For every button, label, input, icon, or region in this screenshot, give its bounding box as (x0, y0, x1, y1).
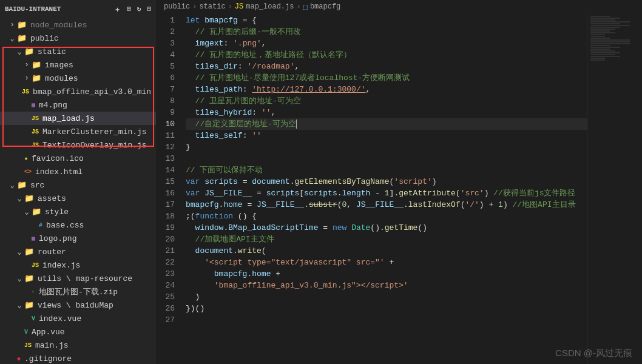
file-icon: V (32, 315, 35, 322)
tree-label: base.css (46, 221, 84, 230)
file-icon: JS (32, 142, 39, 149)
variable-icon: ⬚ (303, 2, 308, 12)
file-icon: # (39, 222, 42, 229)
tree-item[interactable]: ⌄📁views \ baiduMap (0, 298, 156, 312)
tree-item[interactable]: ⌄📁style (0, 205, 156, 218)
tree-item[interactable]: VApp.vue (0, 325, 156, 339)
code-content[interactable]: let bmapcfg = { // 瓦片图的后缀-一般不用改 imgext: … (186, 13, 587, 364)
file-icon: ★ (24, 155, 28, 162)
file-icon: JS (22, 89, 29, 95)
explorer-header: BAIDU-INTRANET ＋ ⊞ ↻ ⊟ (0, 0, 156, 18)
project-title: BAIDU-INTRANET (5, 5, 61, 13)
tree-label: public (30, 34, 59, 43)
file-icon: ◆ (17, 355, 21, 362)
chevron-icon: ⌄ (15, 274, 24, 283)
file-tree[interactable]: ›📁node_modules⌄📁public⌄📁static›📁images›📁… (0, 18, 156, 364)
line-numbers: 1234567891011121314151617181920212223242… (157, 13, 186, 364)
folder-icon: 📁 (24, 247, 34, 257)
tree-label: style (45, 207, 69, 217)
tree-item[interactable]: JSMarkerClusterer_min.js (0, 125, 156, 138)
tree-item[interactable]: JSbmap_offline_api_v3.0_min.js (0, 85, 156, 98)
tree-item[interactable]: ⌄📁src (0, 178, 156, 192)
chevron-right-icon: › (192, 2, 197, 11)
chevron-right-icon: › (228, 2, 232, 11)
tree-label: .gitignore (24, 354, 72, 363)
tree-item[interactable]: ⌄📁assets (0, 192, 156, 205)
tree-item[interactable]: ⌄📁utils \ map-resource (0, 272, 156, 285)
crumb-file[interactable]: JS map_load.js (235, 2, 294, 11)
tree-label: 地图瓦片图-下载.zip (39, 286, 118, 297)
file-icon: JS (32, 115, 39, 122)
tree-item[interactable]: JSmain.js (0, 339, 156, 352)
chevron-icon: › (22, 74, 32, 83)
file-icon: JS (24, 342, 32, 349)
folder-icon: 📁 (17, 33, 27, 43)
file-icon: JS (32, 129, 39, 135)
folder-icon: 📁 (24, 47, 34, 56)
tree-label: node_modules (30, 21, 87, 30)
tree-label: modules (45, 74, 78, 83)
tree-label: images (45, 61, 73, 70)
minimap[interactable] (587, 13, 642, 364)
tree-item[interactable]: JSTextIconOverlay_min.js (0, 138, 156, 152)
js-icon: JS (235, 2, 243, 11)
tree-item[interactable]: ⌄📁static (0, 45, 156, 58)
tree-item[interactable]: #base.css (0, 218, 156, 232)
tree-item[interactable]: ★favicon.ico (0, 152, 156, 165)
breadcrumb[interactable]: public › static › JS map_load.js › ⬚ bma… (157, 0, 642, 13)
crumb-static[interactable]: static (199, 2, 225, 11)
tree-item[interactable]: JSmap_load.js (0, 112, 156, 125)
crumb-symbol[interactable]: ⬚ bmapcfg (303, 2, 341, 12)
folder-icon: 📁 (32, 73, 41, 83)
tree-label: index.html (35, 167, 83, 177)
chevron-icon: ⌄ (15, 47, 24, 56)
crumb-public[interactable]: public (164, 2, 190, 11)
tree-item[interactable]: ◆.gitignore (0, 352, 156, 364)
tree-label: utils \ map-resource (38, 274, 132, 283)
tree-item[interactable]: ›📁node_modules (0, 18, 156, 32)
folder-icon: 📁 (17, 20, 27, 30)
tree-label: index.js (42, 261, 80, 270)
file-icon: ▩ (32, 101, 35, 109)
chevron-icon: › (7, 21, 17, 29)
tree-item[interactable]: ▩m4.png (0, 98, 156, 112)
chevron-icon: › (22, 61, 32, 69)
tree-label: map_load.js (42, 114, 95, 123)
code-editor[interactable]: 1234567891011121314151617181920212223242… (157, 13, 642, 364)
new-folder-icon[interactable]: ⊞ (127, 5, 131, 14)
folder-icon: 📁 (24, 194, 34, 203)
folder-icon: 📁 (17, 180, 27, 190)
folder-icon: 📁 (24, 274, 34, 283)
new-file-icon[interactable]: ＋ (114, 5, 121, 14)
tree-label: MarkerClusterer_min.js (42, 127, 147, 136)
folder-icon: 📁 (24, 300, 34, 310)
tree-label: assets (38, 194, 66, 203)
tree-item[interactable]: JSindex.js (0, 258, 156, 272)
refresh-icon[interactable]: ↻ (137, 5, 141, 14)
tree-item[interactable]: ⌄📁router (0, 245, 156, 258)
file-icon: V (24, 329, 28, 335)
editor-area: public › static › JS map_load.js › ⬚ bma… (157, 0, 642, 364)
chevron-right-icon: › (296, 2, 300, 11)
chevron-icon: ⌄ (22, 207, 32, 217)
tree-item[interactable]: ▫地图瓦片图-下载.zip (0, 285, 156, 298)
file-icon: ▩ (32, 235, 35, 242)
tree-item[interactable]: ⌄📁public (0, 32, 156, 45)
tree-item[interactable]: ›📁modules (0, 72, 156, 85)
chevron-icon: ⌄ (7, 181, 17, 190)
tree-label: index.vue (39, 314, 81, 323)
collapse-icon[interactable]: ⊟ (147, 5, 151, 14)
minimap-content (590, 16, 640, 61)
tree-label: logo.png (39, 234, 76, 243)
tree-item[interactable]: ▩logo.png (0, 232, 156, 245)
tree-label: router (38, 248, 66, 257)
file-icon: JS (32, 262, 39, 269)
chevron-icon: ⌄ (15, 194, 24, 203)
tree-label: views \ baiduMap (38, 301, 113, 310)
tree-item[interactable]: <>index.html (0, 165, 156, 178)
tree-item[interactable]: Vindex.vue (0, 312, 156, 325)
chevron-icon: ⌄ (15, 248, 24, 257)
tree-item[interactable]: ›📁images (0, 58, 156, 72)
explorer-sidebar: BAIDU-INTRANET ＋ ⊞ ↻ ⊟ ›📁node_modules⌄📁p… (0, 0, 157, 364)
tree-label: src (30, 181, 44, 190)
